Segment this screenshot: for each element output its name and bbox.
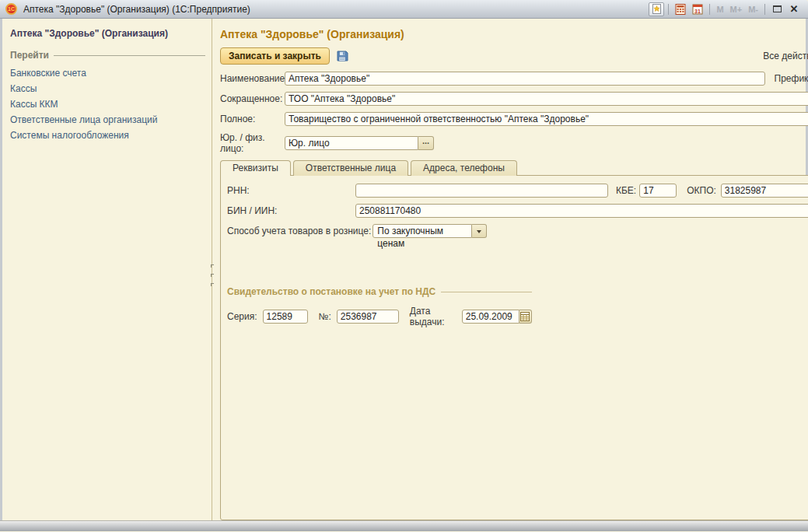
panel-splitter-handle[interactable] — [211, 258, 217, 292]
close-button[interactable]: ✕ — [786, 2, 802, 16]
vat-fields-row: Серия: №: Дата выдачи: — [227, 306, 532, 327]
calculator-icon[interactable] — [673, 2, 688, 16]
all-actions-menu-button[interactable]: Все действия — [763, 51, 808, 61]
vat-certificate-group: Свидетельство о постановке на учет по НД… — [227, 286, 532, 327]
entity-type-label: Юр. / физ. лицо: — [220, 132, 285, 154]
rnn-field-row: РНН: КБЕ: ОКПО: — [227, 184, 808, 198]
sidebar-item-tax-systems[interactable]: Системы налогообложения — [10, 128, 205, 143]
full-name-label: Полное: — [220, 114, 285, 124]
kbe-input[interactable] — [639, 184, 677, 198]
series-input[interactable] — [263, 310, 308, 324]
dropdown-arrow-button[interactable] — [472, 224, 487, 238]
form-area: Аптека "Здоровье" (Организация) Записать… — [212, 19, 808, 520]
issue-date-label: Дата выдачи: — [410, 306, 456, 327]
full-name-field-row: Полное: — [220, 112, 808, 126]
okpo-label: ОКПО: — [687, 185, 716, 196]
titlebar-separator — [764, 4, 765, 15]
status-bar — [0, 520, 808, 531]
retail-accounting-value: По закупочным ценам — [373, 224, 472, 238]
number-label: №: — [319, 311, 331, 322]
1c-app-icon: 1С — [5, 3, 17, 15]
goto-label: Перейти — [10, 50, 49, 61]
short-name-input[interactable] — [285, 92, 808, 106]
bin-iin-input[interactable] — [355, 204, 808, 218]
kbe-label: КБЕ: — [616, 185, 636, 196]
series-label: Серия: — [227, 311, 257, 322]
maximize-button[interactable] — [769, 2, 785, 16]
sidebar-item-bank-accounts[interactable]: Банковские счета — [10, 65, 205, 81]
save-and-close-button[interactable]: Записать и закрыть — [220, 47, 330, 65]
tab-responsible-persons[interactable]: Ответственные лица — [293, 160, 408, 176]
vat-group-divider — [441, 292, 532, 292]
name-field-row: Наименование: Префикс: — [220, 72, 808, 86]
title-bar: 1С Аптека "Здоровье" (Организация) (1С:П… — [0, 0, 808, 19]
window-title: Аптека "Здоровье" (Организация) (1С:Пред… — [23, 4, 250, 15]
goto-divider — [54, 55, 205, 56]
vat-group-heading: Свидетельство о постановке на учет по НД… — [227, 286, 532, 297]
date-picker-calendar-icon[interactable] — [519, 310, 532, 324]
window-body: Аптека "Здоровье" (Организация) Перейти … — [0, 19, 808, 520]
retail-accounting-field-row: Способ учета товаров в рознице: По закуп… — [227, 224, 808, 238]
rnn-label: РНН: — [227, 185, 355, 196]
page-title: Аптека "Здоровье" (Организация) — [220, 28, 808, 40]
entity-type-lookup-button[interactable]: ... — [418, 136, 434, 150]
save-icon[interactable] — [334, 48, 350, 64]
retail-accounting-dropdown[interactable]: По закупочным ценам — [373, 224, 487, 238]
favorites-star-icon[interactable] — [649, 2, 664, 16]
app-window: 1С Аптека "Здоровье" (Организация) (1С:П… — [0, 0, 808, 532]
svg-text:31: 31 — [695, 8, 701, 13]
calendar-icon[interactable]: 31 — [690, 2, 705, 16]
sidebar-nav-heading: Перейти — [10, 50, 205, 61]
bin-iin-label: БИН / ИИН: — [227, 205, 355, 216]
sidebar-item-kkm-cash-desks[interactable]: Кассы ККМ — [10, 96, 205, 112]
entity-type-input[interactable] — [285, 136, 418, 150]
issue-date-input[interactable] — [462, 310, 519, 324]
navigation-panel: Аптека "Здоровье" (Организация) Перейти … — [2, 19, 212, 520]
entity-type-field-row: Юр. / физ. лицо: ... — [220, 132, 808, 154]
chevron-down-icon — [477, 230, 481, 236]
memory-recall-button[interactable]: M — [716, 5, 723, 14]
sidebar-header: Аптека "Здоровье" (Организация) — [10, 28, 205, 39]
bin-field-row: БИН / ИИН: — [227, 204, 808, 218]
rnn-input[interactable] — [355, 184, 608, 198]
tab-strip: Реквизиты Ответственные лица Адреса, тел… — [220, 160, 808, 176]
sidebar-item-responsible-persons[interactable]: Ответственные лица организаций — [10, 112, 205, 128]
short-name-field-row: Сокращенное: — [220, 92, 808, 106]
titlebar-separator — [709, 4, 710, 15]
memory-minus-button[interactable]: M- — [748, 5, 758, 14]
okpo-input[interactable] — [721, 184, 808, 198]
requisites-tab-panel: РНН: КБЕ: ОКПО: БИН / ИИН: Способ учета … — [220, 175, 808, 520]
short-name-label: Сокращенное: — [220, 93, 285, 104]
tab-requisites[interactable]: Реквизиты — [220, 160, 291, 176]
retail-accounting-label: Способ учета товаров в рознице: — [227, 226, 371, 236]
name-label: Наименование: — [220, 73, 285, 84]
full-name-input[interactable] — [285, 112, 808, 126]
all-actions-label: Все действия — [763, 51, 808, 61]
command-bar: Записать и закрыть Все действия ? — [220, 47, 808, 65]
tab-addresses-phones[interactable]: Адреса, телефоны — [411, 160, 517, 176]
memory-plus-button[interactable]: M+ — [730, 5, 743, 14]
prefix-label: Префикс: — [775, 73, 808, 84]
titlebar-separator — [668, 4, 669, 15]
name-input[interactable] — [285, 72, 765, 86]
vat-group-label: Свидетельство о постановке на учет по НД… — [227, 286, 435, 297]
sidebar-item-cash-desks[interactable]: Кассы — [10, 81, 205, 96]
number-input[interactable] — [337, 310, 399, 324]
